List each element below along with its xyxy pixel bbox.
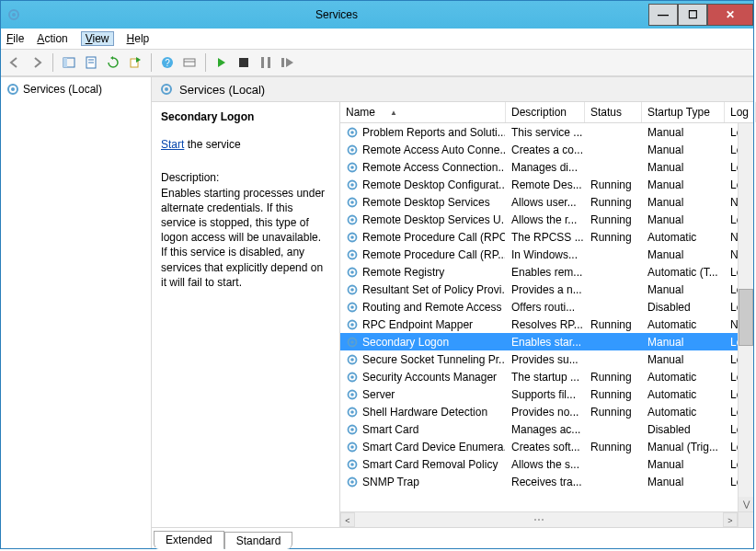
service-row[interactable]: SNMP TrapReceives tra...ManualLoc <box>340 473 753 490</box>
restart-service-button[interactable] <box>278 52 298 73</box>
svg-point-51 <box>350 393 354 396</box>
service-startup: Manual <box>642 474 725 490</box>
service-row[interactable]: Remote Access Auto Conne...Creates a co.… <box>340 141 753 158</box>
col-status[interactable]: Status <box>585 102 642 122</box>
detail-service-name: Secondary Logon <box>161 109 330 124</box>
close-button[interactable]: ✕ <box>707 4 753 26</box>
service-desc: Provides su... <box>506 351 585 368</box>
service-row[interactable]: RPC Endpoint MapperResolves RP...Running… <box>340 316 753 333</box>
description-text: Enables starting processes under alterna… <box>161 186 330 290</box>
forward-button[interactable] <box>27 52 47 73</box>
service-row[interactable]: Remote Desktop Services U...Allows the r… <box>340 211 753 228</box>
export-button[interactable] <box>125 52 145 73</box>
service-name: Security Accounts Manager <box>362 371 497 384</box>
pause-service-button[interactable] <box>256 52 276 73</box>
service-row[interactable]: Remote Access Connection...Manages di...… <box>340 158 753 176</box>
col-logon[interactable]: Log <box>725 102 756 122</box>
svg-point-39 <box>350 288 354 292</box>
main-area: Services (Local) Services (Local) Second… <box>1 76 753 548</box>
service-name: Routing and Remote Access <box>362 301 501 314</box>
service-desc: Creates a co... <box>506 142 585 158</box>
col-name[interactable]: Name▲ <box>340 102 506 122</box>
service-row[interactable]: Secondary LogonEnables star...ManualLoc <box>340 333 753 350</box>
service-desc: Resolves RP... <box>506 316 585 333</box>
services-icon <box>6 7 21 22</box>
service-row[interactable]: Smart CardManages ac...DisabledLoc <box>340 420 753 438</box>
v-scrollbar[interactable]: ⋁ <box>738 123 753 511</box>
scroll-down-button[interactable]: ⋁ <box>739 497 753 511</box>
svg-rect-12 <box>239 58 248 67</box>
menu-help[interactable]: Help <box>127 32 150 45</box>
scroll-thumb[interactable] <box>739 289 753 346</box>
gear-icon <box>346 126 359 139</box>
maximize-button[interactable]: ☐ <box>678 4 707 26</box>
service-row[interactable]: Remote Procedure Call (RPC)The RPCSS ...… <box>340 228 753 246</box>
service-desc: The RPCSS ... <box>506 229 585 246</box>
show-hide-tree-button[interactable] <box>59 52 79 73</box>
svg-rect-13 <box>261 57 264 68</box>
service-row[interactable]: Shell Hardware DetectionProvides no...Ru… <box>340 403 753 420</box>
tab-extended[interactable]: Extended <box>154 531 224 549</box>
service-name: Remote Desktop Services <box>362 196 490 209</box>
h-grip-icon: ⋯ <box>533 513 545 526</box>
help-button[interactable]: ? <box>157 52 178 73</box>
gear-icon <box>346 301 359 314</box>
service-row[interactable]: Remote RegistryEnables rem...Automatic (… <box>340 263 753 281</box>
service-startup: Automatic <box>642 316 725 333</box>
col-description[interactable]: Description <box>506 102 585 122</box>
gear-icon <box>346 441 359 453</box>
tree-item-services-local[interactable]: Services (Local) <box>5 81 147 98</box>
service-row[interactable]: Smart Card Device Enumera...Creates soft… <box>340 438 753 455</box>
service-startup: Manual <box>642 247 725 263</box>
svg-rect-15 <box>281 58 284 67</box>
service-row[interactable]: Routing and Remote AccessOffers routi...… <box>340 298 753 316</box>
tab-standard[interactable]: Standard <box>224 532 293 549</box>
stop-service-button[interactable] <box>234 52 254 73</box>
gear-icon <box>346 476 359 488</box>
service-row[interactable]: Smart Card Removal PolicyAllows the s...… <box>340 455 753 473</box>
service-startup: Manual <box>642 281 725 298</box>
minimize-button[interactable]: — <box>648 4 678 26</box>
start-service-button[interactable] <box>212 52 232 73</box>
service-row[interactable]: Remote Desktop Configurat...Remote Des..… <box>340 176 753 193</box>
service-row[interactable]: Remote Desktop ServicesAllows user...Run… <box>340 193 753 211</box>
refresh-button[interactable] <box>103 52 123 73</box>
right-pane: Services (Local) Secondary Logon Start t… <box>152 77 753 548</box>
pane-title: Services (Local) <box>179 83 265 97</box>
gear-icon <box>346 266 359 279</box>
toolbar-separator <box>205 53 206 72</box>
service-row[interactable]: Resultant Set of Policy Provi...Provides… <box>340 281 753 298</box>
list-pane: Name▲ Description Status Startup Type Lo… <box>339 102 753 527</box>
menu-action[interactable]: Action <box>37 32 67 45</box>
menu-view[interactable]: View <box>81 31 114 46</box>
service-name: Remote Registry <box>362 266 444 279</box>
list-header: Name▲ Description Status Startup Type Lo… <box>340 102 753 123</box>
service-row[interactable]: Secure Socket Tunneling Pr...Provides su… <box>340 350 753 368</box>
scroll-right-button[interactable]: > <box>723 512 738 527</box>
service-row[interactable]: Security Accounts ManagerThe startup ...… <box>340 368 753 385</box>
scroll-left-button[interactable]: < <box>340 512 355 527</box>
gear-icon <box>346 178 359 191</box>
service-desc: Allows the r... <box>506 212 585 228</box>
service-status <box>585 166 642 169</box>
col-startup[interactable]: Startup Type <box>642 102 725 122</box>
window-controls: — ☐ ✕ <box>648 4 753 26</box>
svg-point-21 <box>350 131 354 134</box>
toolbar-separator <box>151 53 152 72</box>
h-scrollbar[interactable]: < ⋯ > <box>340 511 753 527</box>
h-track[interactable]: ⋯ <box>355 513 723 526</box>
svg-point-47 <box>350 358 354 362</box>
properties-button[interactable] <box>81 52 101 73</box>
toolbar-item[interactable] <box>179 52 200 73</box>
service-row[interactable]: Problem Reports and Soluti...This servic… <box>340 123 753 141</box>
start-suffix: the service <box>184 138 240 151</box>
start-link[interactable]: Start <box>161 138 184 151</box>
service-status <box>585 358 642 362</box>
list-body[interactable]: Problem Reports and Soluti...This servic… <box>340 123 753 511</box>
service-row[interactable]: ServerSupports fil...RunningAutomaticLoc <box>340 385 753 403</box>
service-name: Resultant Set of Policy Provi... <box>362 283 506 296</box>
back-button[interactable] <box>5 52 25 73</box>
gear-icon <box>346 143 359 156</box>
menu-file[interactable]: File <box>6 32 24 45</box>
service-row[interactable]: Remote Procedure Call (RP...In Windows..… <box>340 246 753 263</box>
